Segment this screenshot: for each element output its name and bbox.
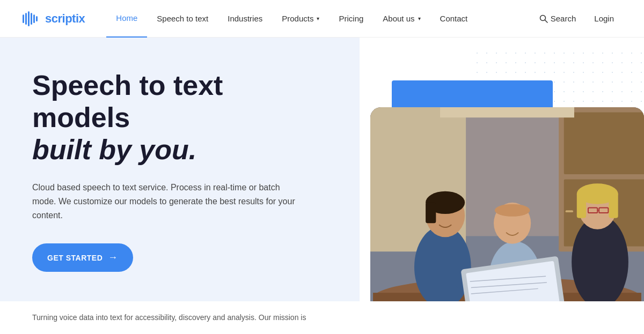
nav-right: Search Login	[532, 14, 623, 23]
svg-point-27	[572, 216, 628, 308]
hero-description: Cloud based speech to text service. Proc…	[32, 181, 301, 222]
svg-rect-5	[36, 16, 38, 21]
search-icon	[539, 14, 548, 23]
about-chevron-icon: ▾	[418, 16, 421, 21]
svg-point-26	[495, 204, 530, 217]
hero-illustration	[370, 107, 644, 334]
nav-item-contact[interactable]: Contact	[430, 0, 478, 38]
svg-rect-0	[23, 14, 24, 23]
header: scriptix Home Speech to text Industries …	[0, 0, 644, 38]
svg-rect-31	[609, 192, 618, 218]
nav-item-pricing[interactable]: Pricing	[329, 0, 373, 38]
nav-item-about[interactable]: About us ▾	[373, 0, 430, 38]
nav-item-speech[interactable]: Speech to text	[147, 0, 218, 38]
svg-line-7	[545, 20, 547, 23]
hero-title: Speech to text models built by you.	[32, 70, 327, 166]
svg-rect-3	[31, 13, 32, 25]
search-button[interactable]: Search	[532, 14, 584, 23]
svg-rect-13	[566, 210, 573, 212]
svg-rect-15	[440, 107, 574, 117]
bottom-description: Turning voice data into text for accessi…	[32, 312, 612, 323]
hero-image-panel	[360, 38, 644, 334]
nav-item-home[interactable]: Home	[106, 0, 147, 38]
svg-point-18	[414, 226, 471, 308]
svg-rect-2	[28, 11, 30, 26]
hero-panel: Speech to text models built by you. Clou…	[0, 38, 360, 334]
logo-icon	[21, 9, 41, 28]
nav-item-products[interactable]: Products ▾	[272, 0, 329, 38]
nav-item-industries[interactable]: Industries	[218, 0, 272, 38]
svg-rect-30	[577, 192, 586, 218]
svg-rect-21	[426, 203, 436, 223]
hero-photo	[370, 107, 644, 334]
get-started-button[interactable]: GET STARTED →	[32, 243, 133, 272]
login-button[interactable]: Login	[586, 14, 623, 23]
main-nav: Home Speech to text Industries Products …	[106, 0, 531, 38]
svg-rect-11	[564, 113, 644, 174]
logo-text: scriptix	[45, 12, 85, 26]
cta-arrow-icon: →	[108, 252, 118, 263]
products-chevron-icon: ▾	[317, 16, 319, 21]
bottom-text-section: Turning voice data into text for accessi…	[0, 301, 644, 334]
svg-rect-4	[33, 14, 35, 23]
logo[interactable]: scriptix	[21, 9, 85, 28]
svg-rect-1	[25, 13, 27, 25]
main-content: Speech to text models built by you. Clou…	[0, 38, 644, 334]
